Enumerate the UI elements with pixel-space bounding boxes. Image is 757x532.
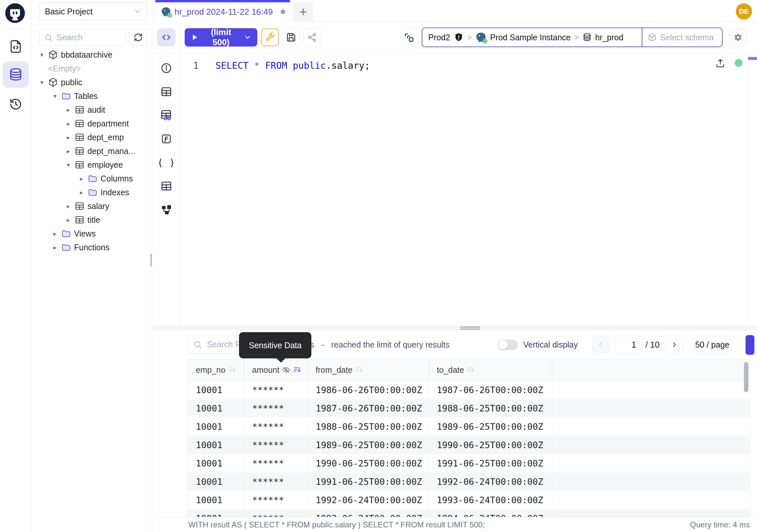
caret-right-icon[interactable]: ▸	[67, 120, 75, 127]
table-row[interactable]: 10001******1991-06-25T00:00:00Z1992-06-2…	[188, 472, 750, 491]
upload-icon[interactable]	[715, 58, 726, 70]
sidebar-search[interactable]	[39, 29, 126, 46]
masked-columns-panel-icon[interactable]	[153, 104, 180, 127]
tree-item-audit[interactable]: ▸audit	[32, 103, 151, 117]
results-scrollbar[interactable]	[744, 362, 748, 392]
run-query-button[interactable]: (limit 500)	[185, 28, 257, 47]
tree-item-public[interactable]: ▾public	[32, 75, 151, 89]
page-size-select[interactable]: 50 / page	[694, 336, 731, 354]
panel-resize-divider[interactable]	[153, 326, 757, 330]
tree-item-label: audit	[87, 105, 105, 115]
caret-down-icon[interactable]: ▾	[40, 78, 48, 86]
breadcrumb-separator: >	[467, 33, 472, 42]
tree-item-department[interactable]: ▸department	[32, 117, 151, 130]
project-selector[interactable]: Basic Project	[39, 3, 147, 20]
procedures-panel-icon[interactable]: ( )	[153, 151, 180, 174]
editor-overview-ruler[interactable]	[748, 53, 757, 326]
column-label: to_date	[437, 365, 464, 375]
sort-icon[interactable]	[293, 365, 302, 374]
save-sheet-button[interactable]	[282, 28, 300, 46]
bytebase-logo[interactable]	[5, 3, 25, 24]
caret-right-icon[interactable]: ▸	[80, 175, 88, 182]
query-options-button[interactable]	[261, 28, 279, 46]
caret-right-icon[interactable]: ▸	[53, 244, 61, 251]
sort-icon[interactable]	[228, 365, 236, 374]
export-drawer-button[interactable]	[745, 335, 754, 355]
tree-item-employee[interactable]: ▾employee	[32, 158, 151, 172]
tree-item-empty[interactable]: <Empty>	[32, 62, 151, 75]
column-header-emp_no[interactable]: emp_no	[188, 360, 244, 380]
share-button[interactable]	[303, 28, 321, 46]
caret-down-icon[interactable]: ▾	[67, 161, 75, 169]
cell-empty	[552, 454, 750, 472]
tables-panel-icon[interactable]	[153, 80, 180, 104]
caret-right-icon[interactable]: ▸	[67, 106, 75, 114]
tab-hr-prod[interactable]: hr_prod 2024-11-22 16:49	[155, 0, 290, 22]
next-page-button[interactable]	[665, 336, 683, 354]
sort-icon[interactable]	[467, 365, 475, 374]
sidebar-divider	[32, 24, 152, 25]
page-number-input[interactable]	[614, 336, 641, 354]
eye-off-icon[interactable]	[282, 365, 290, 374]
column-header-to_date[interactable]: to_date	[429, 360, 552, 380]
tree-item-columns[interactable]: ▸Columns	[32, 172, 151, 185]
user-avatar[interactable]: DE	[736, 3, 752, 20]
caret-down-icon[interactable]: ▾	[40, 51, 48, 59]
table-row[interactable]: 10001******1988-06-25T00:00:00Z1989-06-2…	[188, 417, 750, 436]
ai-assistant-button[interactable]	[729, 28, 747, 46]
table-row[interactable]: 10001******1987-06-26T00:00:00Z1988-06-2…	[188, 399, 750, 417]
connection-context[interactable]: Prod2 > Prod Sample Instance > hr_prod	[422, 28, 642, 47]
table-row[interactable]: 10001******1992-06-24T00:00:00Z1993-06-2…	[188, 491, 750, 509]
toggle-knob	[498, 340, 508, 350]
search-icon	[44, 33, 53, 42]
table-row[interactable]: 10001******1986-06-26T00:00:00Z1987-06-2…	[188, 381, 750, 399]
tree-item-functions[interactable]: ▸Functions	[32, 240, 151, 254]
tree-item-dept-emp[interactable]: ▸dept_emp	[32, 130, 151, 144]
tree-item-salary[interactable]: ▸salary	[32, 199, 151, 213]
info-panel-icon[interactable]	[153, 56, 180, 80]
caret-right-icon[interactable]: ▸	[80, 189, 88, 196]
sql-code-line[interactable]: SELECT * FROM public.salary;	[215, 60, 370, 71]
schema-diagram-panel-icon[interactable]	[153, 198, 180, 221]
column-header-empty	[552, 360, 750, 380]
history-nav-icon[interactable]	[8, 96, 24, 112]
tree-item-tables[interactable]: ▾Tables	[32, 89, 151, 103]
tree-item-indexes[interactable]: ▸Indexes	[32, 185, 151, 199]
cell-from_date: 1991-06-25T00:00:00Z	[308, 472, 429, 491]
table-row[interactable]: 10001******1990-06-25T00:00:00Z1991-06-2…	[188, 454, 750, 472]
caret-right-icon[interactable]: ▸	[67, 216, 75, 224]
sort-icon[interactable]	[355, 365, 364, 374]
column-header-amount[interactable]: amount	[244, 360, 308, 380]
table-row[interactable]: 10001******1989-06-25T00:00:00Z1990-06-2…	[188, 436, 750, 454]
column-header-from_date[interactable]: from_date	[308, 360, 429, 380]
vertical-display-toggle[interactable]	[498, 339, 518, 350]
refresh-button[interactable]	[129, 29, 147, 46]
table-row[interactable]: 10001******1993-06-24T00:00:00Z1994-06-2…	[188, 509, 750, 517]
cell-empty	[552, 381, 750, 399]
database-nav-icon[interactable]	[3, 62, 29, 88]
code-panel-toggle-button[interactable]	[157, 28, 175, 47]
schema-selector[interactable]: Select schema	[642, 28, 722, 47]
caret-right-icon[interactable]: ▸	[67, 134, 75, 141]
prev-page-button[interactable]	[592, 336, 610, 354]
batch-query-button[interactable]	[400, 28, 418, 46]
new-tab-button[interactable]: +	[293, 2, 313, 22]
schema-tree: ▾bbdataarchive<Empty>▾public▾Tables▸audi…	[32, 48, 151, 254]
editor-toolbar: (limit 500) Prod2 > Prod Sample Instance…	[153, 22, 757, 53]
tree-item-title[interactable]: ▸title	[32, 213, 151, 227]
functions-panel-icon[interactable]	[153, 127, 180, 151]
worksheet-nav-icon[interactable]	[8, 39, 24, 54]
tree-item-dept-mana[interactable]: ▸dept_mana...	[32, 144, 151, 158]
cell-emp_no: 10001	[188, 491, 244, 509]
tree-item-views[interactable]: ▸Views	[32, 227, 151, 240]
caret-right-icon[interactable]: ▸	[67, 203, 75, 210]
external-tables-panel-icon[interactable]	[153, 174, 180, 198]
caret-right-icon[interactable]: ▸	[53, 230, 61, 237]
project-selector-label: Basic Project	[45, 7, 133, 16]
caret-down-icon[interactable]: ▾	[53, 92, 61, 100]
cell-to_date: 1988-06-25T00:00:00Z	[429, 399, 552, 417]
tree-item-bbdataarchive[interactable]: ▾bbdataarchive	[32, 48, 151, 62]
cell-empty	[552, 399, 750, 417]
executed-sql: WITH result AS ( SELECT * FROM public.sa…	[188, 520, 485, 529]
caret-right-icon[interactable]: ▸	[67, 147, 75, 155]
